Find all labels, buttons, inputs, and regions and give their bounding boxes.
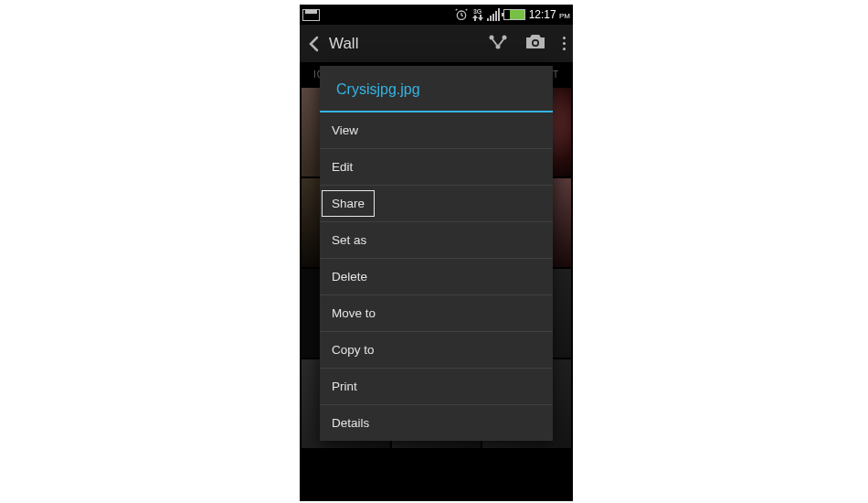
- menu-item-label: Set as: [332, 233, 366, 247]
- mobile-data-icon: 3G: [472, 9, 483, 21]
- menu-item-move-to[interactable]: Move to: [320, 295, 553, 332]
- notification-icon: [302, 9, 320, 21]
- app-bar: Wall: [300, 25, 573, 63]
- svg-point-1: [496, 44, 501, 48]
- menu-item-label: Move to: [332, 306, 376, 320]
- context-menu: Crysisjpg.jpg View Edit Share Set as Del…: [320, 66, 553, 441]
- menu-item-edit[interactable]: Edit: [320, 149, 553, 186]
- menu-item-label: Edit: [332, 160, 353, 174]
- menu-item-delete[interactable]: Delete: [320, 259, 553, 295]
- menu-item-label: Copy to: [332, 343, 375, 357]
- app-title: Wall: [329, 35, 488, 53]
- phone-frame: 3G 12:17 PM Wall: [300, 5, 573, 501]
- signal-icon: [487, 8, 500, 21]
- back-icon[interactable]: [305, 36, 323, 52]
- menu-item-print[interactable]: Print: [320, 369, 553, 405]
- status-bar: 3G 12:17 PM: [300, 5, 573, 25]
- menu-item-share[interactable]: Share: [320, 186, 553, 222]
- menu-item-set-as[interactable]: Set as: [320, 222, 553, 259]
- camera-icon[interactable]: [524, 34, 546, 54]
- menu-item-label: View: [332, 123, 358, 137]
- menu-item-label: Details: [332, 416, 369, 430]
- clock: 12:17 PM: [529, 8, 570, 21]
- menu-item-label: Share: [322, 190, 375, 217]
- menu-item-label: Print: [332, 380, 357, 393]
- menu-item-details[interactable]: Details: [320, 405, 553, 441]
- dialog-title: Crysisjpg.jpg: [320, 66, 553, 112]
- overflow-menu-icon[interactable]: [563, 37, 566, 50]
- menu-item-label: Delete: [332, 270, 367, 284]
- svg-point-5: [534, 40, 538, 45]
- share-icon[interactable]: [488, 34, 508, 54]
- battery-icon: [503, 9, 525, 20]
- menu-item-view[interactable]: View: [320, 112, 553, 149]
- menu-item-copy-to[interactable]: Copy to: [320, 332, 553, 369]
- alarm-icon: [454, 7, 469, 22]
